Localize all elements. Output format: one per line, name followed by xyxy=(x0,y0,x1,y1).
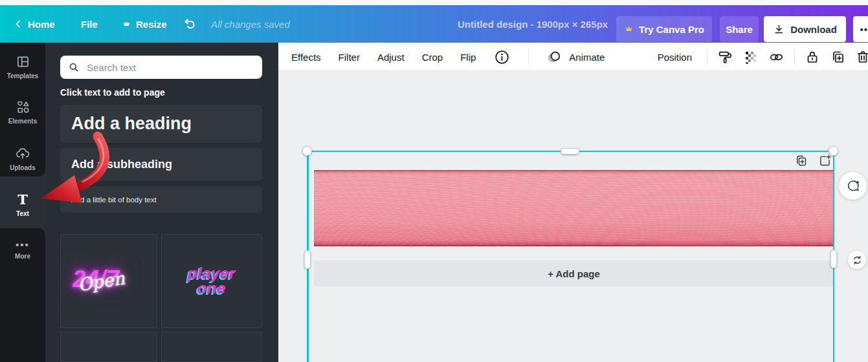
download-icon xyxy=(773,23,785,36)
lock-icon[interactable] xyxy=(805,49,820,65)
download-label: Download xyxy=(790,24,837,35)
share-button[interactable]: Share xyxy=(720,16,759,42)
design-image-pink-wood[interactable] xyxy=(314,170,834,246)
search-input[interactable] xyxy=(85,61,254,74)
toolbar-divider xyxy=(707,49,707,65)
topbar-more-button[interactable]: ••• xyxy=(853,16,868,42)
uploads-cloud-icon xyxy=(15,146,30,161)
selection-handle-top-center[interactable] xyxy=(561,148,579,154)
add-heading-card[interactable]: Add a heading xyxy=(60,105,262,143)
panel-section-title: Click text to add to page xyxy=(60,87,165,98)
link-icon[interactable] xyxy=(768,49,785,65)
text-tool-icon: T xyxy=(17,193,28,207)
rotate-button[interactable] xyxy=(848,251,866,269)
try-pro-label: Try Canva Pro xyxy=(639,24,704,35)
transparency-icon[interactable] xyxy=(743,49,759,65)
search-icon xyxy=(68,61,80,73)
flip-button[interactable]: Flip xyxy=(460,52,476,63)
comment-button[interactable] xyxy=(839,172,867,200)
rotate-icon xyxy=(852,255,863,266)
home-button[interactable]: Home xyxy=(13,5,55,43)
effects-button[interactable]: Effects xyxy=(291,52,321,63)
elements-icon xyxy=(16,100,30,114)
more-dots-icon: ••• xyxy=(16,240,30,250)
back-chevron-icon xyxy=(13,19,23,29)
add-page-button[interactable]: + Add page xyxy=(314,261,834,286)
toolbar-left-group: Effects Filter Adjust Crop Flip Animate xyxy=(291,43,605,71)
position-button[interactable]: Position xyxy=(658,52,692,63)
selection-handle-top-left[interactable] xyxy=(302,146,312,156)
font-preview-neon-247[interactable]: 24/7 Open xyxy=(60,234,157,328)
share-label: Share xyxy=(726,24,753,35)
selection-handle-left-middle[interactable] xyxy=(304,250,311,269)
adjust-button[interactable]: Adjust xyxy=(377,52,405,63)
filter-button[interactable]: Filter xyxy=(339,52,360,63)
sidebar-item-more[interactable]: ••• More xyxy=(0,240,45,260)
font-preview-player-one[interactable]: player one xyxy=(161,234,262,328)
text-label: Text xyxy=(16,210,29,217)
toolbar-right-group: Position xyxy=(658,43,868,71)
sidebar-item-text[interactable]: T Text xyxy=(0,193,45,217)
templates-icon xyxy=(16,54,30,69)
player-one-text: player one xyxy=(188,266,236,295)
undo-button[interactable] xyxy=(183,5,197,43)
home-label: Home xyxy=(28,19,55,30)
sidebar-item-templates[interactable]: Templates xyxy=(0,54,45,80)
font-preview-tile[interactable] xyxy=(60,332,157,362)
undo-icon xyxy=(183,17,197,31)
file-menu-button[interactable]: File xyxy=(81,5,98,43)
duplicate-icon[interactable] xyxy=(830,49,845,65)
text-search-box[interactable] xyxy=(60,56,262,79)
elements-label: Elements xyxy=(8,118,37,125)
templates-label: Templates xyxy=(7,72,39,80)
ellipsis-icon: ••• xyxy=(860,24,868,35)
add-page-icon[interactable] xyxy=(818,154,832,167)
resize-button[interactable]: Resize xyxy=(122,5,167,43)
uploads-label: Uploads xyxy=(10,164,35,171)
crown-icon xyxy=(122,19,131,28)
try-canva-pro-button[interactable]: Try Canva Pro xyxy=(616,16,712,42)
selection-handle-right-middle[interactable] xyxy=(830,250,837,268)
add-body-text-card[interactable]: Add a little bit of body text xyxy=(60,186,262,213)
duplicate-page-icon[interactable] xyxy=(794,154,808,167)
document-title[interactable]: Untitled design - 1900px × 265px xyxy=(458,5,608,43)
font-preview-tile[interactable] xyxy=(161,332,262,362)
download-button[interactable]: Download xyxy=(764,16,846,42)
autosave-status: All changes saved xyxy=(211,5,290,43)
info-icon[interactable] xyxy=(493,48,511,66)
selection-handle-top-right[interactable] xyxy=(829,146,838,156)
paint-roller-icon[interactable] xyxy=(717,49,733,65)
comment-bubble-icon xyxy=(845,178,861,194)
add-subheading-card[interactable]: Add a subheading xyxy=(60,148,262,181)
window-top-strip xyxy=(0,0,868,5)
resize-label: Resize xyxy=(136,19,167,30)
delete-icon[interactable] xyxy=(855,49,868,65)
more-label: More xyxy=(15,253,30,260)
page-action-icons xyxy=(794,154,832,167)
sidebar-item-uploads[interactable]: Uploads xyxy=(0,146,45,171)
top-navigation-bar: Home File Resize All changes saved Untit… xyxy=(0,5,868,43)
animate-label: Animate xyxy=(569,52,605,63)
sidebar-item-elements[interactable]: Elements xyxy=(0,100,45,125)
toolbar-divider xyxy=(528,49,529,65)
crown-gold-icon xyxy=(624,25,634,34)
crop-button[interactable]: Crop xyxy=(422,52,443,63)
animate-button[interactable]: Animate xyxy=(546,49,605,65)
toolbar-divider xyxy=(794,49,795,65)
file-label: File xyxy=(81,19,98,30)
